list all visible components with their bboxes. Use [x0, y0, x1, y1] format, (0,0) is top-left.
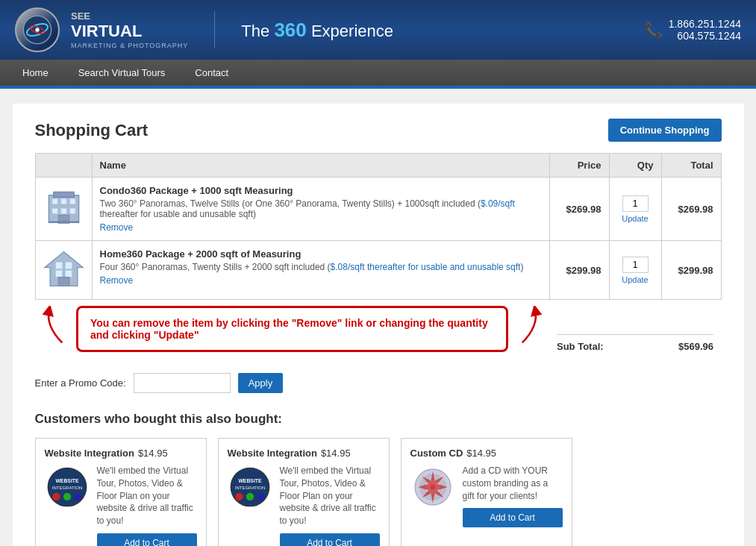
card-body-2: WEBSITE INTEGRATION We'll embed the Virt… — [228, 465, 380, 546]
phone1: 1.866.251.1244 — [669, 18, 741, 30]
callout-cell: You can remove the item by clicking the … — [35, 300, 549, 359]
logo-icon — [15, 7, 60, 52]
table-row: Home360 Package + 2000 sqft of Measuring… — [35, 241, 721, 300]
svg-rect-17 — [58, 277, 69, 286]
svg-point-31 — [257, 493, 264, 501]
website-integration-icon-1: WEBSITE INTEGRATION — [45, 465, 90, 509]
logo-virtual: VIRTUAL — [71, 22, 188, 41]
product-total-1: $269.98 — [661, 178, 721, 241]
svg-rect-9 — [51, 208, 57, 213]
add-to-cart-button-1[interactable]: Add to Cart — [97, 533, 197, 546]
subtotal-label: Sub Total: — [557, 341, 604, 352]
product-image-cell — [35, 178, 92, 241]
product-image-cell-2 — [35, 241, 92, 300]
website-integration-icon-2: WEBSITE INTEGRATION — [228, 465, 272, 509]
cart-header: Shopping Cart Continue Shopping — [35, 119, 722, 142]
col-header-total: Total — [661, 154, 721, 178]
logo-area: SEE VIRTUAL MARKETING & PHOTOGRAPHY The … — [15, 7, 393, 52]
update-link-2[interactable]: Update — [617, 275, 654, 284]
card-header-3: Custom CD $14.95 — [410, 448, 563, 459]
card-body-1: WEBSITE INTEGRATION We'll embed the Virt… — [45, 465, 197, 546]
card-name-3: Custom CD — [410, 448, 463, 459]
arrow-1-icon — [43, 306, 69, 347]
svg-text:INTEGRATION: INTEGRATION — [234, 486, 265, 490]
card-price-1: $14.95 — [138, 448, 168, 459]
card-desc-3: Add a CD with YOUR custom branding as a … — [463, 465, 563, 502]
custom-cd-icon — [410, 465, 455, 509]
arrow-2-icon — [516, 306, 542, 347]
remove-link-2[interactable]: Remove — [100, 275, 134, 286]
card-price-2: $14.95 — [321, 448, 351, 459]
svg-rect-18 — [55, 262, 62, 269]
qty-input-1[interactable] — [622, 195, 649, 212]
product-card-1: Website Integration $14.95 WEBSITE INTEG… — [35, 438, 207, 546]
also-bought-grid: Website Integration $14.95 WEBSITE INTEG… — [35, 438, 722, 546]
subtotal-value: $569.96 — [678, 341, 713, 352]
svg-point-3 — [35, 28, 39, 31]
promo-input[interactable] — [134, 373, 231, 393]
product-desc-2: Four 360° Panoramas, Twenty Stills + 200… — [100, 262, 542, 272]
add-to-cart-button-3[interactable]: Add to Cart — [463, 508, 563, 527]
card-body-3: Add a CD with YOUR custom branding as a … — [410, 465, 563, 527]
subtotal-cell: Sub Total: $569.96 — [549, 300, 721, 359]
col-header-name: Name — [92, 154, 549, 178]
product-desc: Two 360° Panoramas, Twelve Stills (or On… — [100, 198, 542, 219]
svg-rect-15 — [55, 270, 62, 277]
card-price-3: $14.95 — [466, 448, 496, 459]
svg-rect-10 — [60, 208, 66, 213]
svg-rect-7 — [60, 198, 66, 204]
remove-link-1[interactable]: Remove — [100, 222, 134, 233]
col-header-qty: Qty — [609, 154, 661, 178]
logo-divider — [214, 11, 215, 48]
svg-rect-19 — [65, 262, 72, 269]
svg-point-24 — [63, 493, 70, 501]
product-detail-cell-2: Home360 Package + 2000 sqft of Measuring… — [92, 241, 549, 300]
product-price-2: $299.98 — [549, 241, 609, 300]
product-card-3: Custom CD $14.95 Add a CD with YOUR cu — [401, 438, 572, 546]
col-header-price: Price — [549, 154, 609, 178]
product-detail-cell: Condo360 Package + 1000 sqft Measuring T… — [92, 178, 549, 241]
table-header-row: Name Price Qty Total — [35, 154, 721, 178]
product-name-2: Home360 Package + 2000 sqft of Measuring — [100, 248, 542, 260]
qty-cell-1: Update — [609, 178, 661, 241]
nav-home[interactable]: Home — [7, 60, 63, 86]
svg-rect-8 — [69, 198, 75, 204]
update-link-1[interactable]: Update — [617, 214, 654, 223]
card-header-1: Website Integration $14.95 — [45, 448, 197, 459]
logo-see: SEE — [71, 10, 188, 22]
callout-row: You can remove the item by clicking the … — [35, 300, 721, 359]
qty-cell-2: Update — [609, 241, 661, 300]
card-desc-1: We'll embed the Virtual Tour, Photos, Vi… — [97, 465, 197, 527]
apply-button[interactable]: Apply — [238, 373, 284, 393]
header: SEE VIRTUAL MARKETING & PHOTOGRAPHY The … — [0, 0, 756, 60]
callout-text: You can remove the item by clicking the … — [90, 317, 488, 341]
continue-shopping-button[interactable]: Continue Shopping — [608, 119, 722, 142]
svg-rect-16 — [65, 270, 72, 277]
qty-input-2[interactable] — [622, 257, 649, 273]
nav-accent — [0, 86, 756, 89]
svg-text:WEBSITE: WEBSITE — [55, 478, 79, 483]
card-header-2: Website Integration $14.95 — [228, 448, 380, 459]
table-row: Condo360 Package + 1000 sqft Measuring T… — [35, 178, 721, 241]
tagline-the: The — [241, 22, 269, 40]
svg-point-29 — [235, 493, 243, 501]
cart-title: Shopping Cart — [35, 121, 149, 140]
nav-contact[interactable]: Contact — [180, 60, 243, 86]
tagline: The 360 Experience — [241, 19, 393, 42]
nav-search[interactable]: Search Virtual Tours — [63, 60, 181, 86]
condo-image — [43, 185, 84, 226]
card-name-2: Website Integration — [228, 448, 317, 459]
cart-table: Name Price Qty Total — [35, 153, 722, 358]
svg-point-23 — [52, 493, 60, 501]
card-name-1: Website Integration — [45, 448, 134, 459]
add-to-cart-button-2[interactable]: Add to Cart — [280, 533, 380, 546]
product-total-2: $299.98 — [661, 241, 721, 300]
also-bought-section: Customers who bought this also bought: W… — [35, 412, 722, 546]
svg-point-25 — [74, 493, 81, 501]
svg-point-30 — [246, 493, 253, 501]
card-desc-2: We'll embed the Virtual Tour, Photos, Vi… — [280, 465, 380, 527]
product-name: Condo360 Package + 1000 sqft Measuring — [100, 185, 542, 196]
main-content: Shopping Cart Continue Shopping Name Pri… — [13, 104, 744, 546]
also-bought-title: Customers who bought this also bought: — [35, 412, 722, 427]
header-phone: 📞 1.866.251.1244 604.575.1244 — [644, 18, 741, 42]
